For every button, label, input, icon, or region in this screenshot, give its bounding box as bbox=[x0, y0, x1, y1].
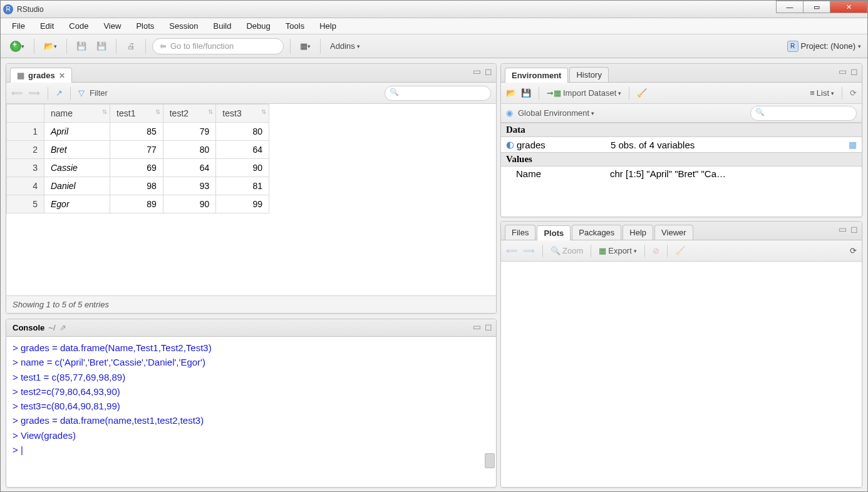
menu-view[interactable]: View bbox=[97, 20, 127, 32]
menu-build[interactable]: Build bbox=[207, 20, 238, 32]
plots-toolbar: ⟸ ⟹ 🔍 Zoom ▦ Export ▾ ⊘ 🧹 ⟳ bbox=[501, 240, 862, 262]
window-title: RStudio bbox=[17, 5, 44, 14]
maximize-pane-icon[interactable]: ◻ bbox=[485, 66, 492, 76]
table-row[interactable]: 1April857980 bbox=[7, 123, 269, 141]
maximize-button[interactable]: ▭ bbox=[803, 1, 830, 13]
menu-plots[interactable]: Plots bbox=[130, 20, 160, 32]
goto-file-placeholder: Go to file/function bbox=[170, 41, 234, 51]
main-area: ▦ grades ✕ ▭ ◻ ⟸ ⟹ ↗ ▽ Filter bbox=[1, 58, 867, 492]
clear-env-icon[interactable]: 🧹 bbox=[637, 88, 647, 98]
horizontal-splitter[interactable] bbox=[6, 314, 497, 319]
minimize-pane-icon[interactable]: ▭ bbox=[473, 66, 481, 76]
env-toolbar: 📂 💾 ➞▦ Import Dataset ▾ 🧹 ≡ List ▾ ⟳ bbox=[501, 83, 862, 104]
console-cursor[interactable]: > | bbox=[13, 443, 490, 457]
col-name[interactable]: name⇅ bbox=[44, 105, 110, 123]
menu-session[interactable]: Session bbox=[163, 20, 204, 32]
close-tab-icon[interactable]: ✕ bbox=[59, 71, 65, 80]
console-tab[interactable]: Console bbox=[13, 323, 44, 332]
load-workspace-icon[interactable]: 📂 bbox=[506, 88, 516, 98]
console[interactable]: > grades = data.frame(Name,Test1,Test2,T… bbox=[6, 337, 496, 487]
minimize-plots-icon[interactable]: ▭ bbox=[839, 224, 847, 234]
export-button[interactable]: ▦ Export ▾ bbox=[599, 246, 637, 255]
popout-icon[interactable]: ⇗ bbox=[59, 323, 66, 332]
new-file-button[interactable]: ▾ bbox=[7, 38, 28, 54]
tab-viewer[interactable]: Viewer bbox=[654, 225, 693, 240]
popup-icon[interactable]: ↗ bbox=[56, 88, 63, 98]
tab-packages[interactable]: Packages bbox=[572, 225, 621, 240]
data-search-input[interactable] bbox=[385, 86, 491, 101]
console-line: > name = c('April','Bret','Cassie','Dani… bbox=[13, 355, 490, 369]
save-button[interactable]: 💾 bbox=[73, 38, 90, 54]
nav-fwd-icon[interactable]: ⟹ bbox=[28, 88, 40, 98]
col-test2[interactable]: test2⇅ bbox=[163, 105, 216, 123]
tab-history[interactable]: History bbox=[569, 67, 608, 82]
scope-icon: ◉ bbox=[506, 108, 513, 118]
main-menubar: FileEditCodeViewPlotsSessionBuildDebugTo… bbox=[1, 18, 867, 34]
goto-file-input[interactable]: Go to file/function bbox=[152, 38, 284, 54]
console-path: ~/ bbox=[48, 323, 55, 332]
open-file-button[interactable]: 📂 ▾ bbox=[41, 38, 60, 54]
minimize-env-icon[interactable]: ▭ bbox=[839, 66, 847, 76]
env-row-name[interactable]: Name chr [1:5] "April" "Bret" "Ca… bbox=[501, 167, 862, 181]
tab-environment[interactable]: Environment bbox=[505, 68, 568, 83]
filter-icon[interactable]: ▽ bbox=[78, 88, 85, 98]
plot-prev-icon[interactable]: ⟸ bbox=[506, 246, 518, 255]
col-test1[interactable]: test1⇅ bbox=[110, 105, 163, 123]
project-selector[interactable]: R Project: (None) ▾ bbox=[787, 41, 861, 52]
list-view-button[interactable]: ≡ List ▾ bbox=[810, 88, 834, 98]
tab-plots[interactable]: Plots bbox=[537, 225, 571, 240]
scope-selector[interactable]: Global Environment ▾ bbox=[518, 108, 594, 118]
minimize-button[interactable]: — bbox=[776, 1, 803, 13]
nav-back-icon[interactable]: ⟸ bbox=[11, 88, 23, 98]
env-row-grades[interactable]: ◐ grades 5 obs. of 4 variables ▦ bbox=[501, 137, 862, 152]
menu-file[interactable]: File bbox=[6, 20, 31, 32]
clear-plots-icon[interactable]: 🧹 bbox=[675, 246, 685, 255]
import-dataset-button[interactable]: ➞▦ Import Dataset ▾ bbox=[547, 88, 621, 98]
grid-icon: ▦ bbox=[17, 71, 24, 80]
tab-files[interactable]: Files bbox=[505, 225, 535, 240]
tab-grades[interactable]: ▦ grades ✕ bbox=[10, 68, 72, 83]
maximize-console-icon[interactable]: ◻ bbox=[485, 322, 492, 332]
save-workspace-icon[interactable]: 💾 bbox=[521, 88, 531, 98]
rstudio-logo-icon: R bbox=[3, 4, 13, 14]
minimize-console-icon[interactable]: ▭ bbox=[473, 322, 481, 332]
addins-button[interactable]: Addins ▾ bbox=[327, 38, 363, 54]
maximize-plots-icon[interactable]: ◻ bbox=[850, 224, 858, 234]
menu-debug[interactable]: Debug bbox=[240, 20, 276, 32]
maximize-env-icon[interactable]: ◻ bbox=[850, 66, 858, 76]
env-search-input[interactable] bbox=[750, 106, 857, 121]
print-button[interactable]: 🖨 bbox=[123, 38, 139, 54]
menu-tools[interactable]: Tools bbox=[279, 20, 311, 32]
view-grid-icon[interactable]: ▦ bbox=[849, 140, 857, 150]
tab-grades-label: grades bbox=[28, 71, 55, 80]
table-row[interactable]: 2Bret778064 bbox=[7, 141, 269, 159]
zoom-button[interactable]: 🔍 Zoom bbox=[550, 246, 583, 255]
expand-icon[interactable]: ◐ bbox=[506, 139, 514, 150]
save-all-button[interactable]: 💾 bbox=[93, 38, 110, 54]
env-data-header: Data bbox=[501, 123, 862, 137]
close-button[interactable]: ✕ bbox=[830, 1, 867, 13]
menu-edit[interactable]: Edit bbox=[34, 20, 60, 32]
refresh-plots-icon[interactable]: ⟳ bbox=[850, 246, 857, 255]
menu-help[interactable]: Help bbox=[313, 20, 343, 32]
filter-label: Filter bbox=[90, 88, 108, 98]
scrollbar-handle[interactable] bbox=[485, 453, 495, 468]
table-row[interactable]: 5Egor899099 bbox=[7, 195, 269, 213]
console-line: > test3=c(80,64,90,81,99) bbox=[13, 399, 490, 413]
console-line: > View(grades) bbox=[13, 428, 490, 443]
tab-help[interactable]: Help bbox=[623, 225, 653, 240]
table-row[interactable]: 3Cassie696490 bbox=[7, 159, 269, 177]
table-row[interactable]: 4Daniel989381 bbox=[7, 177, 269, 195]
environment-list: Data ◐ grades 5 obs. of 4 variables ▦ Va… bbox=[501, 123, 862, 217]
data-viewer-toolbar: ⟸ ⟹ ↗ ▽ Filter bbox=[6, 83, 496, 104]
menu-code[interactable]: Code bbox=[63, 20, 95, 32]
refresh-env-icon[interactable]: ⟳ bbox=[850, 88, 857, 98]
plot-canvas bbox=[501, 262, 862, 487]
plots-tabs: FilesPlotsPackagesHelpViewer ▭ ◻ bbox=[501, 222, 862, 240]
plot-next-icon[interactable]: ⟹ bbox=[523, 246, 535, 255]
remove-plot-icon[interactable]: ⊘ bbox=[653, 246, 659, 255]
main-toolbar: ▾ 📂 ▾ 💾 💾 🖨 Go to file/function ▦ ▾ Addi… bbox=[1, 34, 867, 58]
grades-table: name⇅test1⇅test2⇅test3⇅ 1April8579802Bre… bbox=[6, 104, 269, 213]
col-test3[interactable]: test3⇅ bbox=[216, 105, 269, 123]
grid-button[interactable]: ▦ ▾ bbox=[297, 38, 314, 54]
